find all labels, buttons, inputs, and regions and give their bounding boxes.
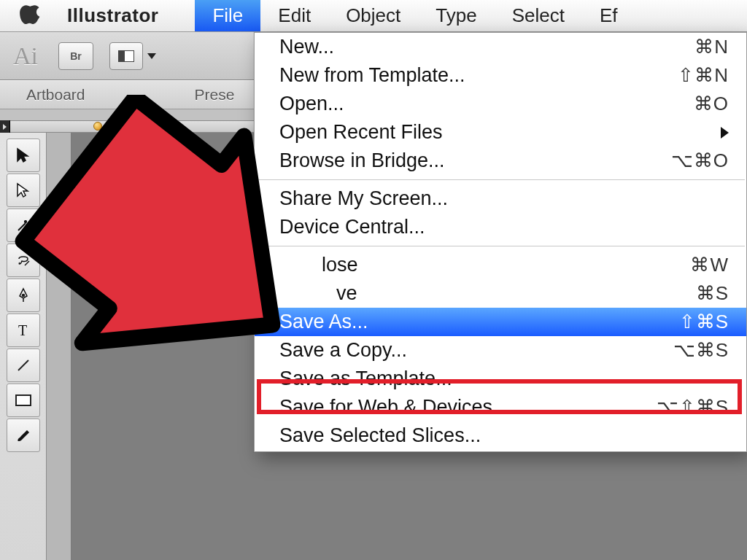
dropdown-triangle-icon[interactable]: [147, 53, 156, 59]
menu-item-save-selected-slices[interactable]: Save Selected Slices...: [255, 421, 746, 450]
bridge-button[interactable]: Br: [58, 42, 93, 70]
arrange-icon: [118, 50, 134, 62]
menu-item-label: New from Template...: [279, 64, 465, 87]
mac-menu-bar: Illustrator File Edit Object Type Select…: [0, 0, 747, 32]
menu-item-label: Browse in Bridge...: [279, 149, 445, 172]
pen-tool[interactable]: [7, 279, 40, 312]
menu-item-label: Save a Copy...: [279, 339, 407, 362]
submenu-arrow-icon: [721, 127, 729, 139]
menu-item-save-a-copy[interactable]: Save a Copy... ⌥⌘S: [255, 336, 746, 365]
tools-panel: T: [0, 133, 47, 560]
menu-item-new[interactable]: New... ⌘N: [255, 33, 746, 61]
menu-item-label: Save for Web & Devices...: [279, 396, 509, 419]
menu-item-label: Save As...: [279, 311, 368, 333]
menu-file[interactable]: File: [195, 0, 260, 31]
svg-point-0: [22, 295, 24, 297]
menu-item-shortcut: ⌘O: [694, 93, 729, 115]
menu-item-shortcut: ⌥⌘O: [671, 149, 729, 172]
menu-item-label: Share My Screen...: [279, 187, 448, 210]
menu-item-label: Device Central...: [279, 216, 425, 238]
line-tool[interactable]: [7, 349, 40, 382]
bridge-label: Br: [70, 50, 82, 62]
apple-logo-icon[interactable]: [19, 5, 41, 27]
menu-item-shortcut: ⇧⌘N: [678, 64, 729, 87]
menu-item-browse-in-bridge[interactable]: Browse in Bridge... ⌥⌘O: [255, 147, 746, 175]
brush-tool[interactable]: [7, 419, 40, 452]
menu-item-label: Save Selected Slices...: [279, 424, 481, 447]
menu-item-label: lose: [279, 254, 358, 276]
app-abbrev: Ai: [13, 42, 38, 70]
menu-select[interactable]: Select: [495, 0, 582, 31]
lasso-tool[interactable]: [7, 244, 40, 277]
menu-item-share-my-screen[interactable]: Share My Screen...: [255, 184, 746, 213]
menu-item-label: New...: [279, 36, 334, 58]
menu-item-label: Save as Template...: [279, 368, 452, 390]
magic-wand-tool[interactable]: [7, 209, 40, 242]
menu-item-shortcut: ⌘W: [690, 254, 729, 276]
type-tool[interactable]: T: [7, 314, 40, 347]
menu-separator: [256, 179, 745, 180]
selection-tool[interactable]: [7, 139, 40, 172]
menu-effect[interactable]: Ef: [582, 0, 635, 31]
menu-item-label: ve: [279, 282, 357, 305]
menu-edit[interactable]: Edit: [260, 0, 328, 31]
menu-item-new-from-template[interactable]: New from Template... ⇧⌘N: [255, 61, 746, 90]
menu-item-open[interactable]: Open... ⌘O: [255, 90, 746, 118]
svg-text:T: T: [18, 322, 27, 338]
menu-item-shortcut: ⌥⇧⌘S: [657, 396, 729, 419]
svg-line-2: [18, 360, 28, 370]
menu-item-shortcut: ⌘S: [696, 282, 729, 305]
options-label-artboard: Artboard: [26, 86, 85, 104]
menu-item-label: Open Recent Files: [279, 121, 443, 144]
menu-separator: [256, 246, 745, 246]
menu-item-label: Open...: [279, 93, 344, 115]
arrange-documents-button[interactable]: [109, 42, 143, 70]
menu-item-save-as[interactable]: Save As... ⇧⌘S: [255, 308, 746, 336]
tab-close-icon[interactable]: [93, 122, 102, 131]
options-label-preset: Prese: [195, 86, 235, 104]
canvas-pasteboard-edge: [47, 133, 71, 560]
menu-type[interactable]: Type: [418, 0, 494, 31]
menu-item-close[interactable]: lose ⌘W: [255, 251, 746, 279]
rectangle-icon: [15, 394, 31, 406]
app-name: Illustrator: [67, 4, 158, 27]
file-menu-dropdown: New... ⌘N New from Template... ⇧⌘N Open.…: [254, 32, 747, 452]
menu-item-shortcut: ⌘N: [694, 36, 729, 58]
menu-item-shortcut: ⌥⌘S: [673, 339, 729, 362]
menu-object[interactable]: Object: [328, 0, 418, 31]
menu-item-save[interactable]: ve ⌘S: [255, 279, 746, 308]
menu-item-save-for-web[interactable]: Save for Web & Devices... ⌥⇧⌘S: [255, 393, 746, 421]
direct-selection-tool[interactable]: [7, 174, 40, 207]
menu-item-save-as-template[interactable]: Save as Template...: [255, 365, 746, 393]
menu-item-device-central[interactable]: Device Central...: [255, 213, 746, 241]
panel-collapse-handle[interactable]: [0, 120, 10, 133]
menu-item-shortcut: ⇧⌘S: [679, 311, 729, 333]
rectangle-tool[interactable]: [7, 384, 40, 417]
menu-item-open-recent[interactable]: Open Recent Files: [255, 118, 746, 147]
